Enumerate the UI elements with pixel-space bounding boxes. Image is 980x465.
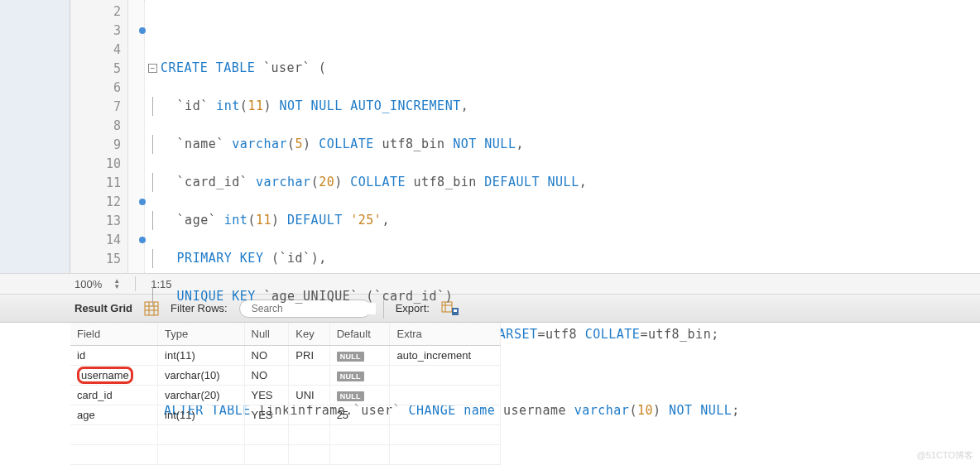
cell-extra <box>390 386 501 405</box>
cell-null: YES <box>244 386 289 405</box>
line-num: 3 <box>70 21 127 40</box>
line-num: 13 <box>70 211 127 230</box>
cell-field: card_id <box>70 386 158 405</box>
cell-field: username <box>70 366 158 386</box>
table-row[interactable]: ageint(11)YES25 <box>70 405 501 425</box>
fold-toggle-icon[interactable]: − <box>148 64 157 73</box>
cell-default: NULL <box>329 366 390 386</box>
watermark: @51CTO博客 <box>917 449 973 462</box>
line-num: 9 <box>70 135 127 154</box>
cell-default: NULL <box>329 386 390 405</box>
cell-field: id <box>70 346 158 366</box>
sql-editor: 2 3 4 5 6 7 8 9 10 11 12 13 14 15 −CREAT… <box>0 0 980 273</box>
cell-type: int(11) <box>158 346 244 366</box>
code-content[interactable]: −CREATE TABLE `user` ( `id` int(11) NOT … <box>145 0 980 273</box>
cell-null: NO <box>244 366 289 386</box>
line-num: 15 <box>70 249 127 268</box>
result-grid-table: Field Type Null Key Default Extra idint(… <box>70 323 501 465</box>
table-row[interactable]: idint(11)NOPRINULLauto_increment <box>70 346 501 366</box>
cell-field: age <box>70 405 158 425</box>
col-key[interactable]: Key <box>289 323 329 346</box>
cell-extra: auto_increment <box>390 346 501 366</box>
line-num: 11 <box>70 173 127 192</box>
col-extra[interactable]: Extra <box>390 323 501 346</box>
table-row <box>70 445 501 465</box>
table-row[interactable]: usernamevarchar(10)NONULL <box>70 366 501 386</box>
line-num: 7 <box>70 97 127 116</box>
line-num: 2 <box>70 2 127 21</box>
cell-null: YES <box>244 405 289 425</box>
cell-type: varchar(20) <box>158 386 244 405</box>
cell-key: PRI <box>289 346 329 366</box>
table-row[interactable]: card_idvarchar(20)YESUNINULL <box>70 386 501 405</box>
cell-type: int(11) <box>158 405 244 425</box>
line-num: 10 <box>70 154 127 173</box>
cell-default: NULL <box>329 346 390 366</box>
cell-key <box>289 366 329 386</box>
cell-extra <box>390 405 501 425</box>
table-row <box>70 425 501 445</box>
line-gutter: 2 3 4 5 6 7 8 9 10 11 12 13 14 15 <box>70 0 128 273</box>
line-num: 6 <box>70 78 127 97</box>
line-num: 14 <box>70 230 127 249</box>
cell-extra <box>390 366 501 386</box>
cell-default: 25 <box>329 405 390 425</box>
col-field[interactable]: Field <box>70 323 158 346</box>
left-panel <box>0 0 70 273</box>
marker-column <box>128 0 145 273</box>
col-default[interactable]: Default <box>329 323 390 346</box>
cell-null: NO <box>244 346 289 366</box>
line-num: 5 <box>70 59 127 78</box>
table-header-row: Field Type Null Key Default Extra <box>70 323 501 346</box>
line-num: 4 <box>70 40 127 59</box>
cell-type: varchar(10) <box>158 366 244 386</box>
line-num: 12 <box>70 192 127 211</box>
cell-key: UNI <box>289 386 329 405</box>
zoom-level: 100% <box>74 278 102 290</box>
line-num: 8 <box>70 116 127 135</box>
zoom-stepper-icon[interactable]: ▲▼ <box>113 279 120 290</box>
col-null[interactable]: Null <box>244 323 289 346</box>
cell-key <box>289 405 329 425</box>
col-type[interactable]: Type <box>158 323 244 346</box>
result-grid-label: Result Grid <box>74 302 132 314</box>
